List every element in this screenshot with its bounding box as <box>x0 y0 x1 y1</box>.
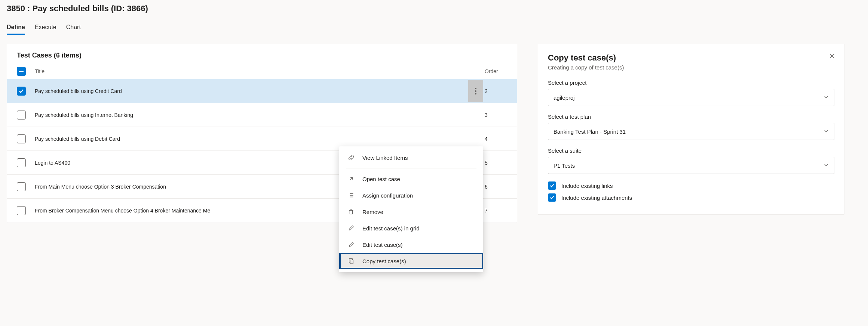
link-icon <box>347 154 355 161</box>
tab-execute[interactable]: Execute <box>35 24 56 35</box>
row-more-button[interactable] <box>468 80 483 102</box>
chevron-down-icon <box>823 162 829 169</box>
row-checkbox[interactable] <box>17 158 26 167</box>
row-order: 3 <box>485 112 507 118</box>
side-panel-title: Copy test case(s) <box>548 53 834 63</box>
plan-select[interactable]: Banking Test Plan - Sprint 31 <box>548 123 834 140</box>
open-icon <box>347 175 355 183</box>
more-icon <box>475 88 476 94</box>
menu-assign-configuration[interactable]: Assign configuration <box>339 187 483 204</box>
row-order: 4 <box>485 136 507 142</box>
include-attachments-label: Include existing attachments <box>561 195 632 201</box>
suite-label: Select a suite <box>548 148 834 154</box>
row-title: Pay scheduled bills using Internet Banki… <box>35 112 468 118</box>
close-icon <box>828 52 836 60</box>
table-row[interactable]: Pay scheduled bills using Credit Card 2 <box>7 79 517 103</box>
tab-chart[interactable]: Chart <box>66 24 81 35</box>
chevron-down-icon <box>823 128 829 135</box>
table-header: Title Order <box>7 64 517 79</box>
menu-remove[interactable]: Remove <box>339 204 483 220</box>
project-value: agileproj <box>553 94 575 101</box>
row-checkbox[interactable] <box>17 111 26 119</box>
include-links-row[interactable]: Include existing links <box>548 181 834 190</box>
context-menu: View Linked Items Open test case Assign … <box>339 146 483 227</box>
row-checkbox[interactable] <box>17 182 26 191</box>
suite-select[interactable]: P1 Tests <box>548 157 834 174</box>
page-title: 3850 : Pay scheduled bills (ID: 3866) <box>7 4 861 13</box>
suite-value: P1 Tests <box>553 162 575 169</box>
include-attachments-row[interactable]: Include existing attachments <box>548 193 834 202</box>
project-select[interactable]: agileproj <box>548 89 834 106</box>
chevron-down-icon <box>823 94 829 101</box>
column-title[interactable]: Title <box>35 68 468 74</box>
row-order: 6 <box>485 184 507 190</box>
row-title: Pay scheduled bills using Credit Card <box>35 88 468 94</box>
include-links-label: Include existing links <box>561 183 613 189</box>
row-checkbox[interactable] <box>17 206 26 215</box>
menu-view-linked-items[interactable]: View Linked Items <box>339 149 483 166</box>
row-order: 7 <box>485 208 507 214</box>
row-order: 2 <box>485 88 507 94</box>
menu-label: Assign configuration <box>362 192 413 199</box>
copy-test-case-panel: Copy test case(s) Creating a copy of tes… <box>538 44 844 215</box>
include-attachments-checkbox[interactable] <box>548 193 556 202</box>
select-all-checkbox[interactable] <box>17 67 26 76</box>
trash-icon <box>347 208 355 215</box>
pencil-icon <box>347 224 355 227</box>
plan-label: Select a test plan <box>548 114 834 120</box>
row-order: 5 <box>485 160 507 166</box>
menu-label: Edit test case(s) in grid <box>362 225 420 227</box>
menu-divider <box>346 168 476 168</box>
menu-edit-in-grid[interactable]: Edit test case(s) in grid <box>339 220 483 227</box>
project-label: Select a project <box>548 80 834 86</box>
row-checkbox[interactable] <box>17 134 26 143</box>
row-checkbox[interactable] <box>17 87 26 96</box>
column-order[interactable]: Order <box>485 68 507 74</box>
side-panel-subtitle: Creating a copy of test case(s) <box>548 64 834 71</box>
menu-label: Open test case <box>362 176 400 182</box>
row-title: Pay scheduled bills using Debit Card <box>35 136 468 142</box>
panel-title: Test Cases (6 items) <box>7 44 517 64</box>
tab-bar: Define Execute Chart <box>7 24 861 35</box>
table-row[interactable]: Pay scheduled bills using Internet Banki… <box>7 103 517 127</box>
menu-label: Remove <box>362 209 383 215</box>
list-icon <box>347 192 355 199</box>
include-links-checkbox[interactable] <box>548 181 556 190</box>
plan-value: Banking Test Plan - Sprint 31 <box>553 128 626 135</box>
menu-open-test-case[interactable]: Open test case <box>339 171 483 187</box>
tab-define[interactable]: Define <box>7 24 25 35</box>
close-button[interactable] <box>828 52 836 61</box>
menu-label: View Linked Items <box>362 155 408 161</box>
